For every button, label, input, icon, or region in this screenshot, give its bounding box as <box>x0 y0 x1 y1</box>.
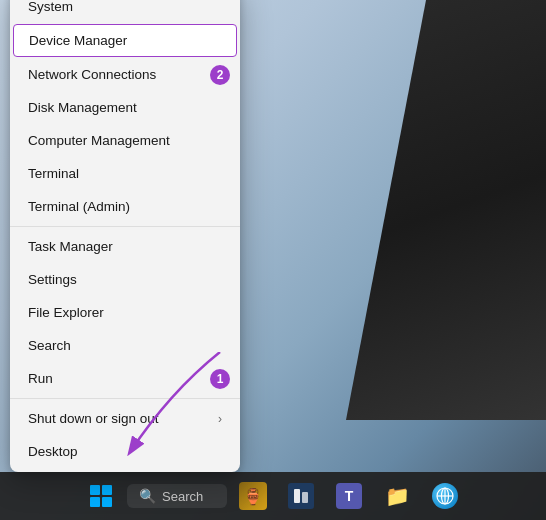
menu-item-shut-down[interactable]: Shut down or sign out › <box>10 402 240 435</box>
menu-item-search-label: Search <box>28 338 71 353</box>
menu-item-terminal[interactable]: Terminal <box>10 157 240 190</box>
menu-item-computer-management-label: Computer Management <box>28 133 170 148</box>
taskbar-teams-button[interactable]: T <box>327 474 371 518</box>
badge-1: 1 <box>210 369 230 389</box>
menu-item-settings[interactable]: Settings <box>10 263 240 296</box>
menu-item-terminal-label: Terminal <box>28 166 79 181</box>
taskbar-files-app-button[interactable] <box>279 474 323 518</box>
teams-icon: T <box>336 483 362 509</box>
menu-item-run-label: Run <box>28 371 53 386</box>
menu-item-network-connections[interactable]: Network Connections 2 <box>10 58 240 91</box>
badge-2: 2 <box>210 65 230 85</box>
menu-item-system[interactable]: System <box>10 0 240 23</box>
browser-icon <box>432 483 458 509</box>
taskbar-file-explorer-button[interactable]: 📁 <box>375 474 419 518</box>
taskbar-search-bar[interactable]: 🔍 Search <box>127 484 227 508</box>
context-menu: System Device Manager Network Connection… <box>10 0 240 472</box>
taskbar-items: 🔍 Search 🏺 T 📁 <box>79 474 467 518</box>
taskbar-search-label: Search <box>162 489 203 504</box>
menu-item-device-manager-label: Device Manager <box>29 33 127 48</box>
svg-rect-1 <box>294 489 300 503</box>
search-icon: 🔍 <box>139 488 156 504</box>
svg-rect-2 <box>302 492 308 503</box>
menu-divider-1 <box>10 226 240 227</box>
start-button[interactable] <box>79 474 123 518</box>
taskbar-search-button[interactable]: 🔍 Search <box>127 474 227 518</box>
menu-item-computer-management[interactable]: Computer Management <box>10 124 240 157</box>
game-icon: 🏺 <box>239 482 267 510</box>
menu-item-terminal-admin[interactable]: Terminal (Admin) <box>10 190 240 223</box>
files-app-icon <box>288 483 314 509</box>
windows-logo-icon <box>90 485 112 507</box>
menu-item-network-connections-label: Network Connections <box>28 67 156 82</box>
menu-item-device-manager[interactable]: Device Manager <box>13 24 237 57</box>
menu-item-disk-management[interactable]: Disk Management <box>10 91 240 124</box>
menu-item-disk-management-label: Disk Management <box>28 100 137 115</box>
menu-item-settings-label: Settings <box>28 272 77 287</box>
menu-item-file-explorer-label: File Explorer <box>28 305 104 320</box>
menu-item-task-manager[interactable]: Task Manager <box>10 230 240 263</box>
taskbar: 🔍 Search 🏺 T 📁 <box>0 472 546 520</box>
menu-item-file-explorer[interactable]: File Explorer <box>10 296 240 329</box>
menu-item-desktop-label: Desktop <box>28 444 78 459</box>
taskbar-game-button[interactable]: 🏺 <box>231 474 275 518</box>
menu-item-shut-down-label: Shut down or sign out <box>28 411 159 426</box>
menu-divider-2 <box>10 398 240 399</box>
chevron-right-icon: › <box>218 412 222 426</box>
menu-item-desktop[interactable]: Desktop <box>10 435 240 468</box>
file-explorer-icon: 📁 <box>384 483 410 509</box>
menu-item-task-manager-label: Task Manager <box>28 239 113 254</box>
menu-item-system-label: System <box>28 0 73 14</box>
menu-item-terminal-admin-label: Terminal (Admin) <box>28 199 130 214</box>
taskbar-browser-button[interactable] <box>423 474 467 518</box>
menu-item-search[interactable]: Search <box>10 329 240 362</box>
menu-item-run[interactable]: Run 1 <box>10 362 240 395</box>
